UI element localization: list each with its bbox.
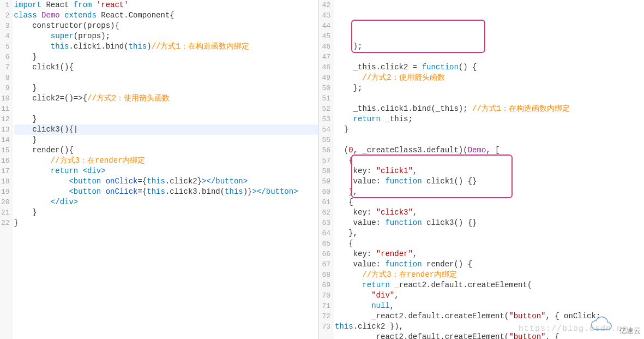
code-line[interactable]: super(props); xyxy=(14,31,318,41)
code-line[interactable]: }, xyxy=(335,228,644,239)
code-line[interactable]: //方式3：在render内绑定 xyxy=(14,156,318,166)
code-line[interactable]: value: function render() { xyxy=(335,259,644,270)
code-line[interactable]: _react2.default.createElement("button", … xyxy=(335,311,644,322)
code-line[interactable]: value: function click3() {} xyxy=(335,218,644,228)
code-line[interactable]: }, xyxy=(335,187,644,197)
code-line[interactable]: key: "click3", xyxy=(335,207,644,218)
code-line[interactable]: //方式3：在render内绑定 xyxy=(335,270,644,280)
code-line[interactable]: return _react2.default.createElement( xyxy=(335,280,644,290)
right-editor-pane: 4243444546474849505152535455565758596061… xyxy=(318,0,644,339)
code-line[interactable]: this.click2 }), xyxy=(335,322,644,332)
code-line[interactable]: //方式2：使用箭头函数 xyxy=(335,73,644,83)
code-line[interactable]: class Demo extends React.Component{ xyxy=(14,10,318,21)
code-line[interactable]: } xyxy=(335,124,644,135)
code-line[interactable]: "div", xyxy=(335,290,644,301)
code-line[interactable]: { xyxy=(335,156,644,166)
code-line[interactable]: } xyxy=(14,83,318,93)
right-code-area[interactable]: ); _this.click2 = function() { //方式2：使用箭… xyxy=(334,0,644,339)
code-line[interactable]: ); xyxy=(335,41,644,52)
code-line[interactable]: click1(){ xyxy=(14,62,318,73)
code-line[interactable]: } xyxy=(14,218,318,228)
code-line[interactable]: } xyxy=(14,135,318,145)
code-line[interactable]: _react2.default.createElement("button", … xyxy=(335,332,644,339)
left-code-area[interactable]: import React from 'react'class Demo exte… xyxy=(13,0,318,339)
code-line[interactable]: _this.click1.bind(_this); //方式1：在构造函数内绑定 xyxy=(335,104,644,114)
code-line[interactable]: this.click1.bind(this)//方式1：在构造函数内绑定 xyxy=(14,41,318,52)
left-editor-pane: 12345678910111213141516171819202122 impo… xyxy=(0,0,318,339)
code-line[interactable]: click3(){| xyxy=(14,124,318,135)
code-line[interactable]: value: function click1() {} xyxy=(335,176,644,187)
code-line[interactable]: } xyxy=(14,52,318,62)
code-line[interactable]: key: "render", xyxy=(335,249,644,259)
code-line[interactable] xyxy=(335,135,644,145)
code-line[interactable]: click2=()=>{//方式2：使用箭头函数 xyxy=(14,93,318,104)
code-line[interactable]: constructor(props){ xyxy=(14,21,318,31)
code-line[interactable]: return <div> xyxy=(14,166,318,176)
code-line[interactable]: } xyxy=(14,114,318,124)
code-line[interactable]: } xyxy=(14,207,318,218)
code-line[interactable]: <button onClick={this.click2}></button> xyxy=(14,176,318,187)
code-line[interactable]: render(){ xyxy=(14,145,318,156)
left-gutter: 12345678910111213141516171819202122 xyxy=(0,0,13,339)
code-line[interactable]: import React from 'react' xyxy=(14,0,318,10)
code-line[interactable] xyxy=(335,93,644,104)
code-line[interactable]: <button onClick={this.click3.bind(this)}… xyxy=(14,187,318,197)
code-line[interactable] xyxy=(14,104,318,114)
right-gutter: 4243444546474849505152535455565758596061… xyxy=(318,0,334,339)
code-line[interactable]: { xyxy=(335,239,644,249)
code-line[interactable] xyxy=(335,52,644,62)
code-line[interactable] xyxy=(14,73,318,83)
code-line[interactable]: </div> xyxy=(14,197,318,207)
code-line[interactable]: key: "click1", xyxy=(335,166,644,176)
code-line[interactable]: }; xyxy=(335,83,644,93)
code-line[interactable]: null, xyxy=(335,301,644,311)
code-line[interactable]: _this.click2 = function() { xyxy=(335,62,644,73)
code-line[interactable]: (0, _createClass3.default)(Demo, [ xyxy=(335,145,644,156)
code-line[interactable]: { xyxy=(335,197,644,207)
code-line[interactable]: return _this; xyxy=(335,114,644,124)
